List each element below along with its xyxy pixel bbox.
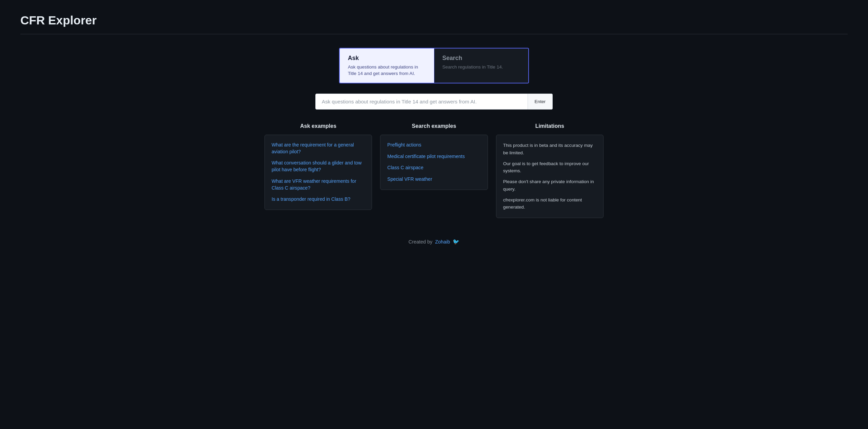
tab-search-desc: Search regulations in Title 14. <box>442 64 520 70</box>
limitations-box: This product is in beta and its accuracy… <box>496 135 604 218</box>
limitation-3: Please don't share any private informati… <box>503 178 596 193</box>
footer: Created by Zohaib 🐦 <box>409 238 459 245</box>
page-title: CFR Explorer <box>20 14 848 27</box>
twitter-icon[interactable]: 🐦 <box>453 238 459 245</box>
search-example-4[interactable]: Special VFR weather <box>387 176 480 183</box>
tab-ask[interactable]: Ask Ask questions about regulations in T… <box>340 48 434 83</box>
ask-examples-column: Ask examples What are the requirement fo… <box>264 123 372 218</box>
ask-examples-box: What are the requirement for a general a… <box>264 135 372 210</box>
limitations-column: Limitations This product is in beta and … <box>496 123 604 218</box>
enter-button[interactable]: Enter <box>528 94 553 110</box>
search-examples-box: Preflight actions Medical certificate pi… <box>380 135 488 190</box>
search-example-1[interactable]: Preflight actions <box>387 142 480 149</box>
search-examples-column: Search examples Preflight actions Medica… <box>380 123 488 218</box>
ask-examples-title: Ask examples <box>264 123 372 129</box>
limitation-1: This product is in beta and its accuracy… <box>503 142 596 157</box>
created-by-text: Created by <box>409 239 432 245</box>
ask-example-4[interactable]: Is a transponder required in Class B? <box>272 196 365 203</box>
limitation-4: cfrexplorer.com is not liable for conten… <box>503 196 596 211</box>
search-example-3[interactable]: Class C airspace <box>387 164 480 171</box>
search-examples-title: Search examples <box>380 123 488 129</box>
main-content: Ask Ask questions about regulations in T… <box>20 48 848 245</box>
ask-example-3[interactable]: What are VFR weather requirements for Cl… <box>272 178 365 191</box>
tab-ask-label: Ask <box>348 55 426 62</box>
search-bar-container: Enter <box>315 94 553 110</box>
tab-search[interactable]: Search Search regulations in Title 14. <box>434 48 529 83</box>
limitation-2: Our goal is to get feedback to improve o… <box>503 160 596 175</box>
author-link[interactable]: Zohaib <box>435 239 450 245</box>
tab-ask-desc: Ask questions about regulations in Title… <box>348 64 426 77</box>
search-input[interactable] <box>315 94 528 110</box>
divider <box>20 34 848 34</box>
columns-container: Ask examples What are the requirement fo… <box>264 123 604 218</box>
ask-example-1[interactable]: What are the requirement for a general a… <box>272 142 365 155</box>
tab-search-label: Search <box>442 55 520 62</box>
limitations-title: Limitations <box>496 123 604 129</box>
tabs-container: Ask Ask questions about regulations in T… <box>339 48 529 83</box>
search-example-2[interactable]: Medical certificate pilot requirements <box>387 153 480 160</box>
ask-example-2[interactable]: What conversation should a glider and to… <box>272 160 365 173</box>
